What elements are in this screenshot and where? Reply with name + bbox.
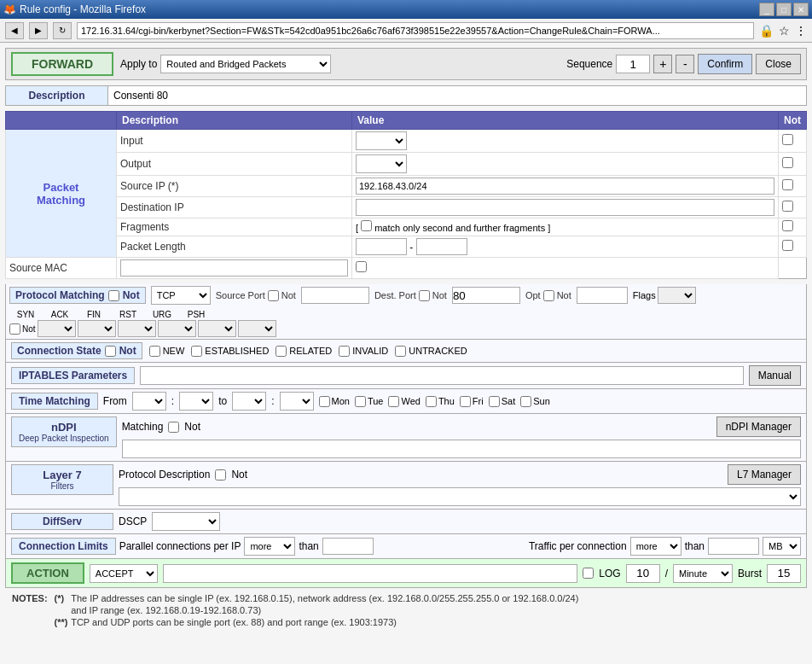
input-select[interactable]	[356, 131, 407, 150]
input-not-cell	[779, 130, 807, 153]
rst-select[interactable]	[158, 320, 196, 337]
layer7-select[interactable]	[119, 487, 801, 506]
new-checkbox[interactable]	[149, 346, 160, 357]
sequence-plus-button[interactable]: +	[653, 55, 672, 73]
destination-ip-input[interactable]	[356, 199, 774, 216]
mb-select[interactable]: MBKBGB	[763, 537, 801, 556]
minute-select[interactable]: MinuteHourSecond	[673, 564, 733, 583]
from-min-select[interactable]	[179, 392, 213, 411]
ndpi-input[interactable]	[122, 440, 801, 458]
back-button[interactable]: ◀	[5, 22, 24, 39]
title-bar-controls[interactable]: _ □ ✕	[759, 3, 809, 16]
header-row: FORWARD Apply to Routed and Bridged Pack…	[5, 48, 807, 80]
thu-checkbox[interactable]	[426, 396, 437, 407]
log-checkbox[interactable]	[583, 568, 594, 579]
address-input[interactable]	[77, 22, 754, 39]
untracked-state: UNTRACKED	[395, 346, 467, 357]
input-not-checkbox[interactable]	[782, 134, 793, 145]
related-checkbox[interactable]	[276, 346, 287, 357]
maximize-button[interactable]: □	[776, 3, 792, 16]
traffic-value-input[interactable]	[708, 538, 759, 555]
close-button-main[interactable]: Close	[756, 54, 801, 74]
source-mac-not-checkbox[interactable]	[356, 261, 367, 272]
packet-length-not-checkbox[interactable]	[782, 240, 793, 251]
diffserv-section: DiffServ	[11, 513, 113, 530]
action-select[interactable]: ACCEPTDROPREJECTLOG	[90, 564, 158, 583]
apply-to-select[interactable]: Routed and Bridged Packets	[160, 55, 331, 73]
burst-input[interactable]	[767, 564, 801, 583]
opt-input[interactable]	[577, 287, 628, 304]
action-text-input[interactable]	[163, 564, 577, 583]
connection-limits-row: Connection Limits Parallel connections p…	[5, 534, 807, 559]
layer7-not-checkbox[interactable]	[215, 469, 226, 481]
fragments-not-checkbox[interactable]	[782, 220, 793, 231]
input-row: Packet Matching Input	[6, 130, 807, 153]
fin-select[interactable]	[118, 320, 156, 337]
protocol-not-checkbox[interactable]	[108, 290, 119, 301]
psh-select[interactable]	[238, 320, 276, 337]
wed-checkbox[interactable]	[388, 396, 399, 407]
flags-select[interactable]	[658, 287, 696, 304]
invalid-state: INVALID	[339, 346, 388, 357]
source-ip-input[interactable]	[356, 178, 774, 195]
dest-port-input[interactable]	[452, 287, 520, 304]
bookmark-icon: ☆	[779, 24, 790, 38]
fri-checkbox[interactable]	[460, 396, 471, 407]
window-title: Rule config - Mozilla Firefox	[20, 3, 146, 15]
iptables-input[interactable]	[140, 366, 743, 385]
l7-manager-button[interactable]: L7 Manager	[728, 464, 801, 485]
conn-not-checkbox[interactable]	[105, 346, 116, 357]
confirm-button[interactable]: Confirm	[698, 54, 752, 74]
dest-port-not-checkbox[interactable]	[419, 290, 430, 301]
forward-button[interactable]: ▶	[29, 22, 48, 39]
source-port-not-checkbox[interactable]	[268, 290, 279, 301]
description-input[interactable]	[108, 86, 806, 105]
opt-not-checkbox[interactable]	[543, 290, 554, 301]
packet-length-max-input[interactable]	[416, 238, 467, 255]
from-hour-select[interactable]	[132, 392, 166, 411]
time-colon1: :	[171, 395, 174, 407]
source-port-input[interactable]	[301, 287, 369, 304]
to-min-select[interactable]	[280, 392, 314, 411]
output-not-checkbox[interactable]	[782, 157, 793, 168]
packet-length-min-input[interactable]	[356, 238, 407, 255]
traffic-more-select[interactable]: moreless	[630, 537, 682, 556]
parallel-more-select[interactable]: moreless	[244, 537, 295, 556]
ack-select[interactable]	[78, 320, 116, 337]
lock-icon: 🔒	[759, 24, 774, 38]
untracked-checkbox[interactable]	[395, 346, 406, 357]
ndpi-not-checkbox[interactable]	[168, 422, 179, 433]
output-select[interactable]	[356, 154, 407, 173]
mon-checkbox[interactable]	[319, 396, 330, 407]
close-button[interactable]: ✕	[793, 3, 809, 16]
col-description: Description	[117, 112, 352, 130]
fragments-checkbox[interactable]	[361, 220, 372, 231]
dest-ip-not-checkbox[interactable]	[782, 201, 793, 212]
urg-select[interactable]	[198, 320, 236, 337]
sequence-input[interactable]	[616, 55, 650, 73]
flags-not-checkbox[interactable]	[9, 323, 20, 335]
ndpi-sublabel: Deep Packet Inspection	[19, 434, 109, 443]
parallel-value-input[interactable]	[322, 538, 374, 555]
invalid-checkbox[interactable]	[339, 346, 350, 357]
manual-button[interactable]: Manual	[749, 365, 801, 386]
source-ip-not-checkbox[interactable]	[782, 179, 793, 190]
minimize-button[interactable]: _	[759, 3, 774, 16]
dest-ip-row: Destination IP	[6, 197, 807, 218]
established-checkbox[interactable]	[191, 346, 202, 357]
ndpi-section: nDPI Deep Packet Inspection	[11, 416, 117, 447]
sun-checkbox[interactable]	[520, 396, 531, 407]
log-value-input[interactable]	[626, 564, 660, 583]
sequence-minus-button[interactable]: -	[676, 55, 694, 73]
ndpi-manager-button[interactable]: nDPI Manager	[716, 416, 801, 437]
syn-select[interactable]	[38, 320, 76, 337]
protocol-select[interactable]: TCPUDPICMPAll	[151, 286, 211, 305]
sat-checkbox[interactable]	[489, 396, 500, 407]
tue-checkbox[interactable]	[355, 396, 366, 407]
to-hour-select[interactable]	[232, 392, 266, 411]
reload-button[interactable]: ↻	[53, 22, 72, 39]
established-state: ESTABLISHED	[191, 346, 269, 357]
dscp-select[interactable]	[152, 512, 220, 531]
source-mac-input[interactable]	[120, 259, 348, 277]
notes-star-label: (*)	[55, 593, 70, 603]
